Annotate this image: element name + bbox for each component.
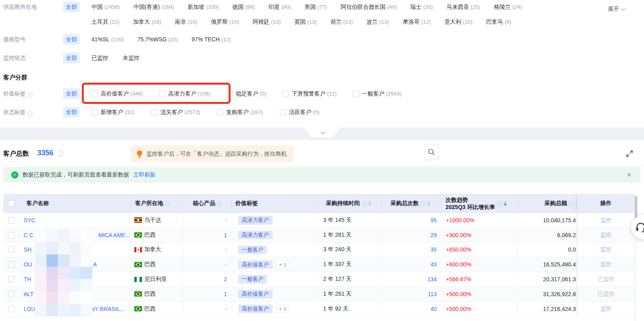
status-tags-all-chip[interactable]: 全部 xyxy=(63,107,80,118)
purchase-count-value[interactable]: 40 xyxy=(430,306,437,312)
checkbox[interactable] xyxy=(227,91,233,97)
sort-icon[interactable] xyxy=(427,201,430,206)
expand-link[interactable]: 展开 xyxy=(608,6,624,13)
status-tag-option[interactable]: 新增客户(32) xyxy=(91,107,134,118)
row-checkbox[interactable] xyxy=(8,232,14,238)
column-header-dur[interactable]: 采购持续时间 xyxy=(317,194,381,213)
purchase-count-value[interactable]: 43 xyxy=(430,261,437,268)
monitor-status-option[interactable]: 未监控 xyxy=(123,53,140,63)
supplier-location-all-chip[interactable]: 全部 xyxy=(63,2,80,12)
select-all-checkbox[interactable] xyxy=(8,200,14,207)
value-tag-option[interactable]: 稳定客户(0) xyxy=(227,88,267,99)
spec-model-option[interactable]: 75.7%WSG(22) xyxy=(138,34,178,45)
fullscreen-button[interactable] xyxy=(625,149,634,158)
supplier-location-option[interactable]: 意大利(10) xyxy=(444,16,472,27)
monitor-button[interactable]: 监控 xyxy=(600,246,612,253)
supplier-location-option[interactable]: 荷兰(13) xyxy=(330,16,353,27)
supplier-location-option[interactable]: 格陵兰(24) xyxy=(494,2,522,12)
supplier-location-option[interactable]: 新加坡(100) xyxy=(188,2,219,12)
purchase-count-value[interactable]: 95 xyxy=(430,217,437,223)
sort-icon[interactable] xyxy=(504,201,507,206)
checkbox[interactable] xyxy=(159,91,166,97)
monitor-status-option-label: 已监控 xyxy=(91,53,108,63)
more-tags-chip[interactable]: + 1 xyxy=(276,305,290,313)
checkbox[interactable] xyxy=(91,91,98,97)
search-button[interactable] xyxy=(424,144,439,160)
monitor-button[interactable]: 监控 xyxy=(600,261,612,268)
row-checkbox[interactable] xyxy=(8,306,14,312)
customer-name-link[interactable]: OU xyxy=(24,261,32,268)
customer-name-link[interactable]: LOUIS DREYFUS COMPANY BRASIL... xyxy=(24,306,125,312)
supplier-location-option[interactable]: 德国(99) xyxy=(232,2,255,12)
core-product-value[interactable]: 1 xyxy=(224,232,227,238)
purchase-count-value[interactable]: 134 xyxy=(427,276,437,282)
supplier-location-option[interactable]: 土耳其(22) xyxy=(91,16,119,27)
checkbox[interactable] xyxy=(283,91,289,97)
monitor-button[interactable]: 监控 xyxy=(600,217,612,224)
checkbox[interactable] xyxy=(353,91,359,97)
supplier-location-option[interactable]: 瑞士(35) xyxy=(410,2,433,12)
supplier-location-option[interactable]: 印度(90) xyxy=(268,2,291,12)
spec-model-option[interactable]: 97% TECH(12) xyxy=(192,34,231,45)
status-tag-option[interactable]: 复购客户(287) xyxy=(217,107,263,118)
column-header-cnt[interactable]: 采购总次数 xyxy=(381,194,440,213)
purchase-count-value[interactable]: 113 xyxy=(428,291,437,297)
status-tag-option[interactable]: 流失客户(2572) xyxy=(151,107,200,118)
customer-name-link[interactable]: A xyxy=(93,261,97,268)
supplier-location-option[interactable]: 南非(16) xyxy=(175,16,197,27)
supplier-location-option[interactable]: 中国(香港)(164) xyxy=(134,2,174,12)
collapse-filters-tab[interactable] xyxy=(304,128,340,138)
value-tag-option[interactable]: 高价值客户(346) xyxy=(91,88,143,99)
row-checkbox[interactable] xyxy=(8,261,14,268)
checkbox[interactable] xyxy=(91,109,98,116)
column-header-trd[interactable]: 次数趋势2025Q3 环比增长率 xyxy=(440,194,517,213)
column-header-amt[interactable]: 采购总额 xyxy=(517,194,577,213)
more-tags-chip[interactable]: + 1 xyxy=(276,260,290,269)
spec-model-all-chip[interactable]: 全部 xyxy=(63,34,80,45)
sort-icon[interactable] xyxy=(368,201,371,206)
core-product-value[interactable]: 1 xyxy=(224,291,227,297)
row-checkbox[interactable] xyxy=(8,246,14,253)
row-checkbox[interactable] xyxy=(8,217,14,223)
purchase-count-value[interactable]: 35 xyxy=(430,246,437,253)
checkbox[interactable] xyxy=(280,109,286,116)
monitor-status-all-chip[interactable]: 全部 xyxy=(63,53,80,63)
supplier-location-option[interactable]: 阿拉伯联合酋长国(40) xyxy=(340,2,397,12)
checkbox[interactable] xyxy=(151,109,158,116)
supplier-location-option[interactable]: 巴拿马(9) xyxy=(486,16,511,27)
option-count: (287) xyxy=(250,107,263,118)
value-tag-option[interactable]: 高潜力客户(106) xyxy=(159,88,211,99)
action-cell: 监控 xyxy=(577,302,634,316)
supplier-location-option[interactable]: 加拿大(18) xyxy=(133,16,161,27)
supplier-location-option[interactable]: 波兰(13) xyxy=(367,16,389,27)
supplier-location-option[interactable]: 马来西亚(25) xyxy=(446,2,480,12)
row-checkbox[interactable] xyxy=(8,276,14,282)
core-product-value[interactable]: 2 xyxy=(224,276,227,282)
customer-name-link[interactable]: SH. xyxy=(24,246,33,253)
row-checkbox[interactable] xyxy=(8,291,14,297)
customer-name-link[interactable]: TH xyxy=(24,276,31,282)
refresh-now-link[interactable]: 立即刷新 xyxy=(133,171,156,179)
checkbox[interactable] xyxy=(217,109,223,116)
monitor-button[interactable]: 监控 xyxy=(600,305,612,313)
value-tag-option[interactable]: 下滑预警客户(12) xyxy=(283,88,337,99)
supplier-location-option[interactable]: 美国(77) xyxy=(304,2,327,12)
supplier-location-option[interactable]: 中国(2456) xyxy=(91,2,120,12)
purchase-count-value[interactable]: 29 xyxy=(430,232,437,238)
close-icon[interactable]: ✕ xyxy=(624,171,634,179)
value-tag-option[interactable]: 一般客户(2943) xyxy=(353,88,402,99)
customer-name-link[interactable]: SYC xyxy=(24,217,35,223)
supplier-location-option[interactable]: 俄罗斯(15) xyxy=(211,16,239,27)
value-tags-all-chip[interactable]: 全部 xyxy=(63,88,80,99)
monitor-button[interactable]: 监控 xyxy=(600,232,612,239)
supplier-location-option[interactable]: 英国(13) xyxy=(294,16,317,27)
customer-name-link[interactable]: C C xyxy=(24,232,33,238)
monitor-status-option[interactable]: 已监控 xyxy=(91,53,108,63)
column-header-name: 客户名称 xyxy=(22,194,131,213)
spec-model-option[interactable]: 41%SL(220) xyxy=(91,34,124,45)
supplier-location-option[interactable]: 摩洛哥(12) xyxy=(403,16,431,27)
customer-name-link[interactable]: ALT xyxy=(24,291,34,297)
status-tag-option[interactable]: 活跃客户(0) xyxy=(280,107,320,118)
supplier-location-option[interactable]: 阿根廷(13) xyxy=(253,16,281,27)
customer-name-link[interactable]: MICA AME... xyxy=(98,232,130,238)
